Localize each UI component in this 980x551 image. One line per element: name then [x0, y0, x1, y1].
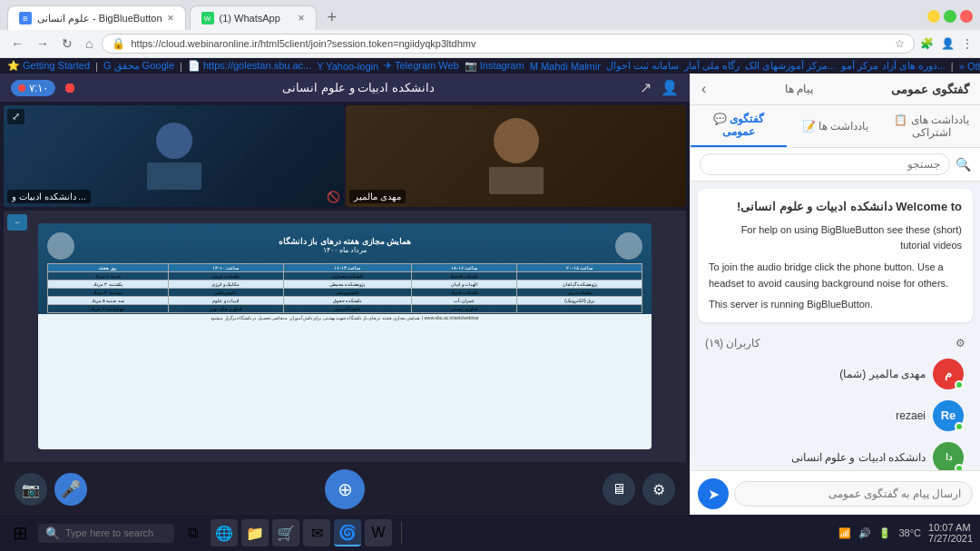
user-topbar-icon[interactable]: 👤: [661, 79, 679, 96]
search-icon[interactable]: 🔍: [956, 157, 971, 172]
send-message-btn[interactable]: ➤: [698, 478, 729, 509]
microphone-btn[interactable]: 🎤: [54, 473, 87, 506]
welcome-message: Welcome to دانشکده ادبیات و علوم انسانی!…: [698, 189, 973, 322]
taskbar-app-store[interactable]: 🛒: [272, 519, 299, 546]
col-header-weekday: روز هفته: [47, 263, 168, 271]
bookmark-getting-started[interactable]: ⭐ Getting Started: [7, 60, 90, 72]
col-header-time3: ساعت ۱۶-۱۸: [412, 263, 517, 271]
start-btn[interactable]: ⊞: [7, 520, 33, 546]
tab2-favicon: W: [201, 12, 214, 25]
user-name-daneshkadeh: دانشکده ادبیات و علوم انسانی: [791, 451, 926, 464]
battery-icon[interactable]: 🔋: [878, 527, 891, 539]
video1-label: دانشکده ادبیات و ...: [7, 190, 91, 203]
maximize-window-btn[interactable]: [944, 10, 956, 23]
tab-shared-notes[interactable]: 📋 یادداشت های اشتراکی: [884, 105, 980, 147]
tab-notes[interactable]: 📝 یادداشت ها: [787, 105, 883, 147]
back-btn[interactable]: ←: [7, 34, 27, 53]
taskbar-search-box[interactable]: 🔍: [38, 524, 174, 543]
gear-icon[interactable]: ⚙: [956, 337, 965, 349]
network-icon[interactable]: 📶: [838, 527, 851, 539]
bookmark-divider-3: |: [951, 61, 954, 72]
presentation-area: － همایش مجازی هفته درهای باز دانشگاه مرد…: [4, 211, 686, 462]
lock-icon: 🔒: [112, 37, 125, 50]
bookmark-telegram[interactable]: ✈ Telegram Web: [384, 60, 459, 72]
sound-icon[interactable]: 🔊: [858, 527, 871, 539]
browser-action-icons: 🧩 👤 ⋮: [920, 37, 973, 50]
rec-dot: [18, 84, 25, 92]
search-taskbar-icon: 🔍: [45, 526, 60, 540]
extensions-icon[interactable]: 🧩: [920, 37, 934, 50]
video-thumb-1: ⤢ دانشکده ادبیات و ... 🚫: [4, 105, 344, 207]
new-tab-button[interactable]: +: [320, 8, 345, 27]
forward-btn[interactable]: →: [33, 34, 53, 53]
bookmark-instagram[interactable]: 📷 Instagram: [465, 60, 524, 72]
tab-public-chat[interactable]: 💬 گفتگوی عمومی: [691, 105, 787, 147]
settings-btn[interactable]: ⚙: [642, 473, 675, 506]
bookmark-golestan[interactable]: 📄 https://golestan.sbu.ac...: [188, 60, 311, 72]
chat-tabs: 💬 گفتگوی عمومی 📝 یادداشت ها 📋 یادداشت ها…: [691, 105, 980, 148]
task-view-btn[interactable]: ⧉: [180, 520, 205, 546]
topbar-left-section: ۷:۱۰ ⏺: [11, 80, 77, 96]
chat-messages[interactable]: Welcome to دانشکده ادبیات و علوم انسانی!…: [691, 182, 980, 470]
star-icon[interactable]: ☆: [895, 37, 905, 50]
right-panel: ‹ پیام ها گفتگوی عمومی 💬 گفتگوی عمومی 📝 …: [690, 74, 980, 517]
taskbar-app-explorer[interactable]: 📁: [241, 519, 269, 546]
mic-off-icon-1: 🚫: [327, 191, 340, 203]
taskbar-app-chrome[interactable]: 🌀: [334, 519, 361, 546]
tab1-title: علوم انسانی - BigBlueButton: [37, 13, 162, 25]
presentation-inner: همایش مجازی هفته درهای باز دانشگاه مرداد…: [4, 211, 686, 462]
home-btn[interactable]: ⌂: [82, 34, 96, 53]
taskbar-apps: 🌐 📁 🛒 ✉ 🌀 W: [211, 519, 392, 546]
control-group-right: 🖥 ⚙: [603, 473, 675, 506]
expand-video-btn[interactable]: ⤢: [7, 109, 24, 124]
bookmark-doreh[interactable]: دوره های آزاد مرکز آمو...: [841, 60, 945, 72]
timer-display: ۷:۱۰: [29, 82, 48, 94]
bookmark-divider-2: |: [180, 61, 182, 72]
refresh-btn[interactable]: ↻: [58, 34, 76, 53]
bookmark-amar[interactable]: رگاه ملی آمار: [684, 60, 740, 72]
bookmark-yahoo[interactable]: Y Yahoo-login: [317, 61, 378, 72]
bookmark-sabt[interactable]: سامانه ثبت احوال: [606, 60, 679, 72]
taskbar-app-edge[interactable]: 🌐: [211, 519, 238, 546]
address-box[interactable]: 🔒 https://cloud.webinaronline.ir/html5cl…: [102, 34, 915, 54]
close-window-btn[interactable]: [960, 10, 973, 23]
user-item-daneshkadeh[interactable]: دا دانشکده ادبیات و علوم انسانی: [698, 437, 973, 470]
users-section-header: ⚙ کاربران (۱۹): [698, 333, 973, 353]
add-content-btn[interactable]: ⊕: [325, 469, 365, 509]
chat-header: ‹ پیام ها گفتگوی عمومی: [691, 74, 980, 105]
taskbar-app-word[interactable]: W: [365, 519, 392, 546]
taskbar-search-input[interactable]: [65, 527, 156, 538]
address-bar-row: ← → ↻ ⌂ 🔒 https://cloud.webinaronline.ir…: [0, 30, 980, 57]
bottom-controls: 📷 🎤 ⊕ 🖥 ⚙: [0, 462, 690, 517]
profile-icon[interactable]: 👤: [941, 37, 955, 50]
col-header-time4: ساعت ۱۸-۲۰: [517, 263, 642, 271]
bookmark-markaz[interactable]: مرکز آموزشهای الک...: [745, 60, 836, 72]
tab2-close[interactable]: ×: [299, 12, 305, 25]
video-camera-btn[interactable]: 📷: [15, 473, 47, 506]
table-row: سه شنبه ۵ مردادادبیات و علومدانشکده حقوق…: [47, 296, 642, 304]
col-header-time2: ساعت ۱۳-۱۶: [283, 263, 411, 271]
video2-label: مهدی مالمیر: [349, 190, 406, 203]
users-count-label: کاربران (۱۹): [705, 337, 760, 349]
chat-search-input[interactable]: [700, 153, 950, 175]
tab-2[interactable]: W (1) WhatsApp ×: [190, 5, 317, 30]
tab1-close[interactable]: ×: [168, 12, 174, 25]
chat-title: گفتگوی عمومی: [891, 83, 969, 96]
user-item-mahdi[interactable]: م مهدی مالمیر (شما): [698, 353, 973, 395]
more-icon[interactable]: ⋮: [962, 37, 973, 50]
chat-back-btn[interactable]: ‹: [701, 81, 706, 97]
bookmark-mahdi[interactable]: M Mahdi Malmir: [530, 61, 601, 72]
screen-share-btn[interactable]: 🖥: [603, 473, 635, 506]
chat-input[interactable]: [734, 481, 973, 507]
minimize-presentation-btn[interactable]: －: [7, 214, 27, 231]
tab-1[interactable]: B علوم انسانی - BigBlueButton ×: [7, 5, 186, 30]
avatar-rezaei: Re: [933, 400, 964, 431]
online-indicator-mahdi: [955, 380, 964, 389]
bookmark-google[interactable]: G محقق Google: [103, 60, 174, 72]
user-item-rezaei[interactable]: Re rezaei: [698, 395, 973, 437]
taskbar-app-mail[interactable]: ✉: [303, 519, 330, 546]
bookmark-other[interactable]: » Other Bookmarks: [959, 61, 980, 72]
minimize-window-btn[interactable]: [927, 10, 940, 23]
taskbar: ⊞ 🔍 ⧉ 🌐 📁 🛒 ✉ 🌀 W 📶 🔊 🔋 38°C 10:07 AM 7/…: [0, 515, 980, 551]
share-topbar-icon[interactable]: ↗: [640, 79, 652, 96]
